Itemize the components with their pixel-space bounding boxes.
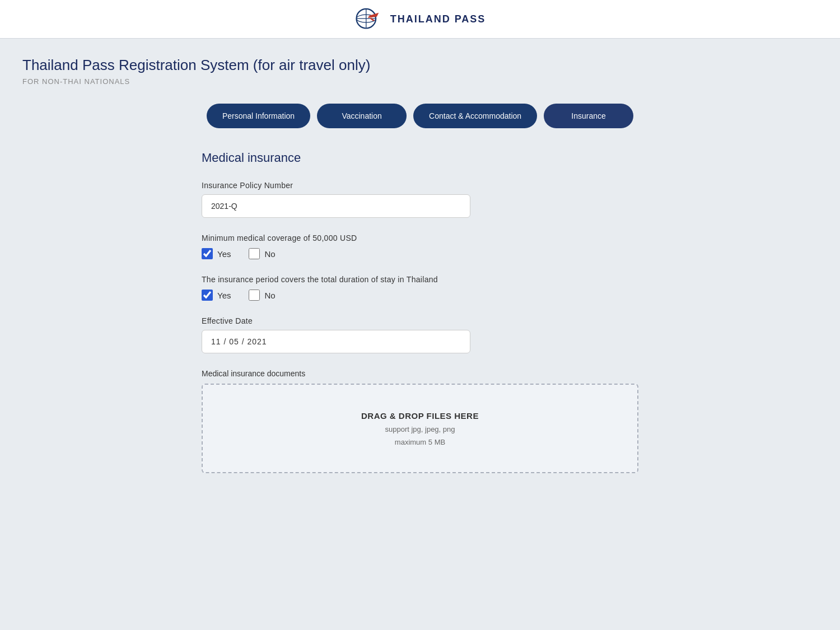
duration-no-item[interactable]: No — [249, 290, 275, 301]
coverage-no-checkbox[interactable] — [249, 248, 260, 259]
duration-no-label: No — [264, 291, 275, 300]
coverage-yes-item[interactable]: Yes — [202, 248, 231, 259]
coverage-yes-label: Yes — [217, 249, 231, 259]
upload-max-text: maximum 5 MB — [395, 438, 445, 446]
effective-date-group: Effective Date — [202, 316, 638, 353]
thailand-pass-logo — [354, 7, 384, 31]
upload-area[interactable]: DRAG & DROP FILES HERE support jpg, jpeg… — [202, 384, 638, 473]
page-content: Thailand Pass Registration System (for a… — [0, 39, 840, 491]
coverage-label: Minimum medical coverage of 50,000 USD — [202, 234, 638, 242]
page-title: Thailand Pass Registration System (for a… — [22, 57, 818, 74]
page-subtitle: FOR NON-THAI NATIONALS — [22, 77, 818, 86]
effective-date-input[interactable] — [202, 330, 470, 353]
upload-support-text: support jpg, jpeg, png — [385, 425, 455, 433]
tab-contact-accommodation[interactable]: Contact & Accommodation — [413, 104, 537, 128]
duration-no-checkbox[interactable] — [249, 290, 260, 301]
duration-yes-checkbox[interactable] — [202, 290, 213, 301]
policy-number-group: Insurance Policy Number — [202, 181, 638, 218]
coverage-group: Minimum medical coverage of 50,000 USD Y… — [202, 234, 638, 259]
section-title: Medical insurance — [202, 151, 638, 165]
coverage-no-item[interactable]: No — [249, 248, 275, 259]
coverage-yes-checkbox[interactable] — [202, 248, 213, 259]
logo-container: THAILAND PASS — [354, 7, 486, 31]
coverage-no-label: No — [264, 249, 275, 259]
duration-yes-label: Yes — [217, 291, 231, 300]
tabs-container: Personal Information Vaccination Contact… — [22, 104, 818, 128]
policy-number-input[interactable] — [202, 194, 470, 218]
documents-label: Medical insurance documents — [202, 369, 638, 378]
form-section: Medical insurance Insurance Policy Numbe… — [202, 151, 638, 473]
coverage-options: Yes No — [202, 248, 638, 259]
duration-yes-item[interactable]: Yes — [202, 290, 231, 301]
tab-personal-information[interactable]: Personal Information — [207, 104, 310, 128]
duration-group: The insurance period covers the total du… — [202, 275, 638, 301]
header-title: THAILAND PASS — [390, 13, 486, 25]
duration-label: The insurance period covers the total du… — [202, 275, 638, 284]
duration-options: Yes No — [202, 290, 638, 301]
tab-vaccination[interactable]: Vaccination — [317, 104, 407, 128]
tab-insurance[interactable]: Insurance — [544, 104, 633, 128]
upload-main-text: DRAG & DROP FILES HERE — [361, 411, 479, 421]
upload-section: Medical insurance documents DRAG & DROP … — [202, 369, 638, 473]
policy-number-label: Insurance Policy Number — [202, 181, 638, 190]
header: THAILAND PASS — [0, 0, 840, 39]
effective-date-label: Effective Date — [202, 316, 638, 325]
